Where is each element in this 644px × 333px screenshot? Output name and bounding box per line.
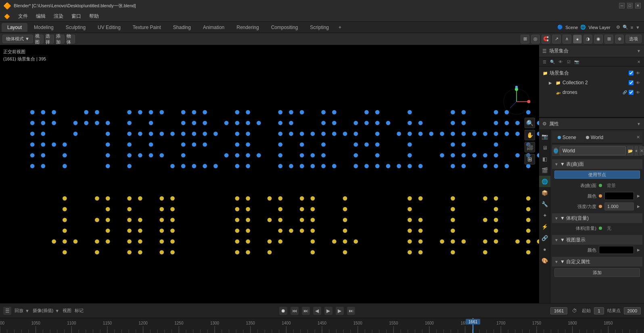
view-button[interactable]: 视图 — [35, 35, 44, 44]
step-forward-button[interactable]: ▶ — [336, 307, 344, 315]
prop-icon-scene[interactable]: 🎬 — [539, 164, 550, 176]
menu-file[interactable]: 文件 — [14, 11, 32, 21]
orientation-button[interactable]: ∧ — [562, 35, 571, 44]
filter-search[interactable]: 🔍 — [549, 58, 556, 65]
prop-icon-modifier[interactable]: 🔧 — [539, 198, 550, 210]
prop-icon-material[interactable]: 🎨 — [539, 255, 550, 266]
play-button[interactable]: ▶ — [324, 307, 332, 315]
menu-edit[interactable]: 编辑 — [32, 11, 50, 21]
filter-all[interactable]: ☰ — [541, 58, 548, 65]
add-workspace-button[interactable]: + — [335, 23, 345, 32]
mode-selector[interactable]: 物体模式 ▼ — [2, 35, 33, 43]
menu-window[interactable]: 窗口 — [67, 11, 85, 21]
zoom-tool[interactable]: 🔍 — [525, 118, 535, 128]
viewport-shading-rendered[interactable]: ◉ — [594, 35, 603, 44]
menu-render[interactable]: 渲染 — [50, 11, 67, 21]
current-frame-display[interactable]: 1661 — [550, 307, 567, 314]
tab-animation[interactable]: Animation — [197, 23, 230, 32]
viewport-shading-solid[interactable]: ● — [573, 35, 582, 44]
view-mode[interactable]: 视图 — [63, 308, 71, 314]
world-browse-button[interactable]: 📂 — [627, 146, 633, 155]
viewport-gizmo[interactable]: X Y — [500, 85, 533, 118]
tab-sculpting[interactable]: Sculpting — [60, 23, 91, 32]
world-new-button[interactable]: + — [635, 146, 638, 155]
snap-button[interactable]: 🧲 — [542, 35, 550, 44]
overlay-button[interactable]: ⊞ — [604, 35, 613, 44]
use-nodes-button[interactable]: 使用节点 — [554, 171, 640, 179]
timeline-menu[interactable]: ☰ — [3, 307, 11, 315]
world-unlink-button[interactable]: ✕ — [640, 146, 644, 155]
mark-mode[interactable]: 标记 — [75, 308, 84, 314]
add-custom-prop-button[interactable]: 添加 — [554, 268, 640, 277]
record-button[interactable]: ⏺ — [279, 307, 287, 315]
grid-tool[interactable]: ⊞ — [525, 154, 535, 164]
step-back-button[interactable]: ◀ — [313, 307, 321, 315]
tab-shading[interactable]: Shading — [167, 23, 197, 32]
custom-props-header[interactable]: ▼ ▼ 自定义属性 — [552, 257, 642, 266]
collection-visible-checkbox[interactable] — [629, 71, 634, 75]
prop-icon-constraints[interactable]: 🔗 — [539, 232, 550, 244]
tab-compositing[interactable]: Compositing — [266, 23, 304, 32]
scene-selector[interactable]: Scene — [554, 133, 579, 142]
collection-2-eye-icon[interactable]: 👁 — [635, 80, 641, 85]
viewport-3d[interactable]: 正交前视图 (1661) 场景集合 | 395 — [0, 45, 539, 303]
tab-texture-paint[interactable]: Texture Paint — [127, 23, 167, 32]
viewport-shading-material[interactable]: ◑ — [583, 35, 592, 44]
prop-icon-world[interactable]: 🌐 — [539, 176, 550, 187]
tab-modeling[interactable]: Modeling — [28, 23, 59, 32]
collection-eye-icon[interactable]: 👁 — [635, 70, 641, 76]
world-selector[interactable]: World — [583, 133, 606, 142]
jump-start-button[interactable]: ⏮ — [291, 307, 299, 315]
options-button[interactable]: 选项 — [625, 35, 642, 43]
strength-value[interactable]: 1.000 — [604, 202, 634, 210]
outliner-drones[interactable]: 🚁 drones 🔗 👁 — [539, 87, 644, 97]
world-name-input[interactable] — [560, 146, 626, 155]
tab-scripting[interactable]: Scripting — [304, 23, 335, 32]
jump-end-button[interactable]: ⏭ — [347, 307, 355, 315]
frame-ruler[interactable]: 1000105011001150120012501300135014001450… — [0, 318, 644, 333]
menu-blender[interactable]: 🔶 — [0, 11, 14, 21]
surface-section-header[interactable]: ▼ ▼ 表(曲)面 — [552, 159, 642, 169]
tab-uv-editing[interactable]: UV Editing — [92, 23, 126, 32]
close-button[interactable]: ✕ — [635, 3, 641, 8]
object-button[interactable]: 物体 — [66, 35, 75, 44]
drones-visible-checkbox[interactable] — [629, 90, 634, 95]
camera-tool[interactable]: 🎥 — [525, 142, 535, 152]
capture-mode[interactable]: 摄像(插值) ▼ — [33, 308, 59, 314]
outliner-close[interactable]: ✕ — [635, 58, 642, 65]
prop-icon-output[interactable]: 🖥 — [539, 142, 550, 153]
prop-icon-object[interactable]: 📦 — [539, 187, 550, 198]
filter-visibility[interactable]: 👁 — [557, 58, 564, 65]
prop-icon-particles[interactable]: ✦ — [539, 210, 550, 221]
start-frame-display[interactable]: 1 — [594, 307, 604, 314]
tab-rendering[interactable]: Rendering — [231, 23, 264, 32]
collection-2-visible-checkbox[interactable] — [629, 80, 634, 85]
view-display-header[interactable]: ▼ ▼ 视图显示 — [552, 235, 642, 245]
prop-icon-physics[interactable]: ⚡ — [539, 221, 550, 232]
volume-section-header[interactable]: ▼ ▼ 体积(音量) — [552, 213, 642, 223]
gizmo-toggle[interactable]: ⊕ — [615, 35, 624, 44]
drones-eye-icon[interactable]: 👁 — [635, 89, 641, 95]
outliner-scene-collection[interactable]: 📁 场景集合 👁 — [539, 68, 644, 78]
tab-layout[interactable]: Layout — [2, 23, 27, 32]
prev-frame-button[interactable]: ⏭ — [302, 307, 310, 315]
end-frame-display[interactable]: 2000 — [624, 307, 641, 314]
properties-close[interactable]: ✕ — [636, 135, 640, 140]
maximize-button[interactable]: □ — [627, 3, 633, 8]
transform-button[interactable]: ↗ — [552, 35, 561, 44]
pan-tool[interactable]: ✋ — [525, 130, 535, 140]
playback-mode[interactable]: 回放 ▼ — [15, 308, 29, 314]
color-swatch[interactable] — [604, 192, 634, 200]
select-button[interactable]: 选择 — [45, 35, 54, 44]
prop-icon-view-layer[interactable]: ◧ — [539, 153, 550, 164]
filter-render[interactable]: 📷 — [573, 58, 580, 65]
view-display-color-swatch[interactable] — [599, 246, 634, 254]
menu-help[interactable]: 帮助 — [85, 11, 103, 21]
add-button[interactable]: 添加 — [56, 35, 65, 44]
filter-select[interactable]: ☑ — [565, 58, 572, 65]
prop-icon-render[interactable]: 📷 — [539, 131, 550, 142]
outliner-collection-2[interactable]: ▶ 📁 Collection 2 👁 — [539, 78, 644, 87]
minimize-button[interactable]: ─ — [619, 3, 625, 8]
prop-icon-object-data[interactable]: ● — [539, 244, 550, 255]
select-all-button[interactable]: ⊞ — [521, 35, 529, 44]
